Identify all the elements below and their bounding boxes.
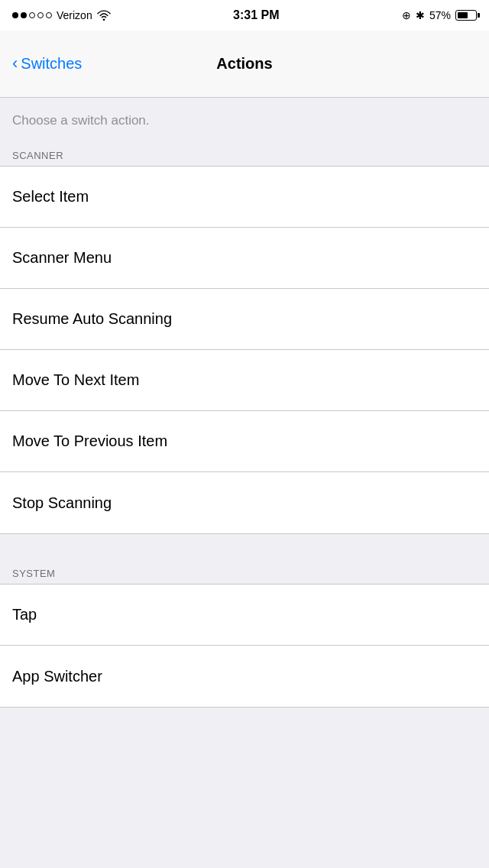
back-label: Switches	[21, 55, 82, 73]
wifi-icon	[97, 10, 111, 21]
system-section: SYSTEM Tap App Switcher	[0, 562, 489, 708]
battery-bar	[455, 10, 477, 21]
back-button[interactable]: ‹ Switches	[12, 55, 82, 73]
system-list: Tap App Switcher	[0, 584, 489, 708]
list-item-select-item[interactable]: Select Item	[0, 167, 489, 228]
list-item-app-switcher[interactable]: App Switcher	[0, 646, 489, 707]
signal-dot-2	[21, 12, 27, 18]
section-gap	[0, 534, 489, 562]
signal-dot-4	[37, 12, 44, 18]
tap-label: Tap	[12, 606, 37, 623]
list-item-tap[interactable]: Tap	[0, 585, 489, 646]
resume-auto-scanning-label: Resume Auto Scanning	[12, 310, 172, 328]
list-item-stop-scanning[interactable]: Stop Scanning	[0, 472, 489, 533]
move-to-previous-item-label: Move To Previous Item	[12, 432, 167, 450]
system-section-header: SYSTEM	[0, 562, 489, 584]
battery-fill	[458, 12, 468, 18]
scanner-section: SCANNER Select Item Scanner Menu Resume …	[0, 144, 489, 534]
list-item-scanner-menu[interactable]: Scanner Menu	[0, 228, 489, 289]
scanner-section-header: SCANNER	[0, 144, 489, 166]
list-item-move-to-previous-item[interactable]: Move To Previous Item	[0, 411, 489, 472]
list-item-move-to-next-item[interactable]: Move To Next Item	[0, 350, 489, 411]
signal-dot-5	[46, 12, 52, 18]
nav-bar: ‹ Switches Actions	[0, 31, 489, 98]
list-item-resume-auto-scanning[interactable]: Resume Auto Scanning	[0, 289, 489, 350]
status-bar: Verizon 3:31 PM ⊕ ✱ 57%	[0, 0, 489, 31]
signal-dot-1	[12, 12, 18, 18]
lock-icon: ⊕	[402, 9, 411, 21]
battery-indicator	[455, 10, 477, 21]
signal-dot-3	[29, 12, 35, 18]
status-right: ⊕ ✱ 57%	[402, 9, 477, 21]
app-switcher-label: App Switcher	[12, 668, 102, 685]
stop-scanning-label: Stop Scanning	[12, 494, 112, 512]
section-description: Choose a switch action.	[0, 98, 489, 144]
scanner-list: Select Item Scanner Menu Resume Auto Sca…	[0, 166, 489, 534]
signal-dots	[12, 12, 52, 18]
carrier-label: Verizon	[57, 9, 92, 21]
scanner-menu-label: Scanner Menu	[12, 249, 112, 267]
status-left: Verizon	[12, 9, 111, 21]
page-title: Actions	[216, 55, 272, 73]
bluetooth-icon: ✱	[416, 9, 425, 21]
chevron-left-icon: ‹	[12, 55, 18, 72]
select-item-label: Select Item	[12, 188, 89, 206]
move-to-next-item-label: Move To Next Item	[12, 371, 139, 389]
battery-percent: 57%	[429, 9, 451, 21]
status-time: 3:31 PM	[233, 8, 279, 22]
